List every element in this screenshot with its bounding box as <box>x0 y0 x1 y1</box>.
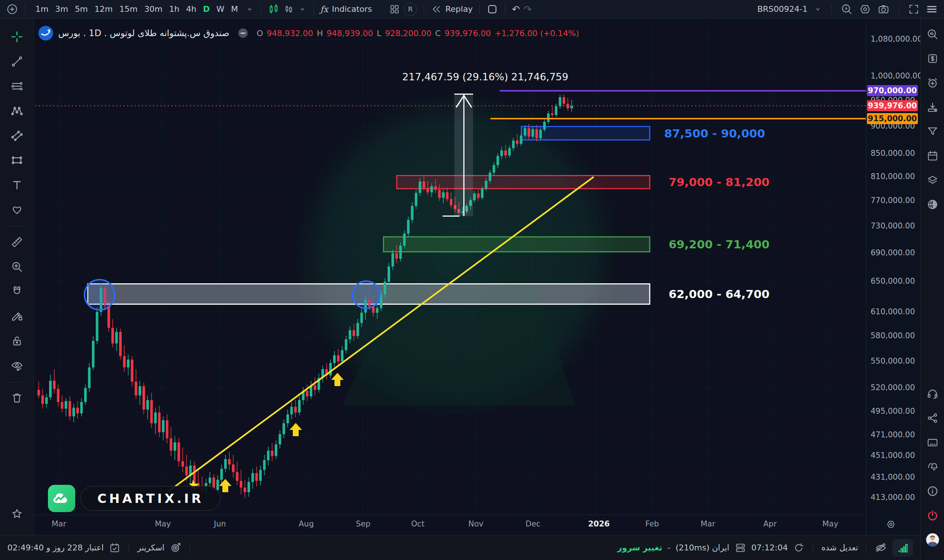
trash-tool-icon[interactable] <box>7 388 27 408</box>
replay-button[interactable]: Replay <box>446 5 473 14</box>
candle-style-alt-icon[interactable] <box>283 4 294 15</box>
chevron-down-icon[interactable] <box>813 5 822 14</box>
chevron-down-icon[interactable] <box>298 5 307 14</box>
headset-icon[interactable] <box>924 385 941 402</box>
refresh-icon[interactable] <box>793 542 805 554</box>
price-tick: 471,000.00 <box>871 430 915 439</box>
price-axis[interactable]: 1,080,000.001,000,000.00950,000.00900,00… <box>866 18 921 535</box>
undo-button[interactable]: ↶ <box>512 4 520 15</box>
fullscreen-icon[interactable] <box>908 3 920 15</box>
hide-series-icon[interactable] <box>237 27 249 39</box>
indicators-button[interactable]: Indicators <box>332 5 372 14</box>
timeframe-3m[interactable]: 3m <box>52 3 71 15</box>
crosshair-tool-icon[interactable] <box>7 26 27 47</box>
r-layout-badge[interactable]: R <box>404 3 417 16</box>
timeframe-30m[interactable]: 30m <box>141 3 165 15</box>
lock-open-tool-icon[interactable] <box>7 331 27 351</box>
price-tick: 413,000.00 <box>871 493 915 502</box>
card-icon[interactable] <box>924 434 941 451</box>
axis-settings-icon[interactable] <box>885 519 896 530</box>
globe-icon[interactable] <box>924 196 941 213</box>
layout-grid-icon[interactable] <box>389 4 400 15</box>
redo-button[interactable]: ↷ <box>524 4 532 15</box>
high-label: H <box>317 29 323 38</box>
symbol-row: صندوق س.پشتوانه طلای لوتوس . 1D . بورس O… <box>39 26 579 40</box>
timeframe-4h[interactable]: 4h <box>183 3 200 15</box>
layers-icon[interactable] <box>924 172 941 189</box>
eye-hide-tool-icon[interactable] <box>7 355 27 376</box>
menu-icon[interactable] <box>925 3 938 15</box>
layout-name[interactable]: BRS00924-1 <box>757 5 808 14</box>
time-tick: Apr <box>763 520 777 528</box>
ruler-tool-icon[interactable] <box>7 232 27 252</box>
change-server-button[interactable]: تغییر سرور <box>617 543 662 552</box>
divider <box>190 543 190 553</box>
bells-icon[interactable] <box>924 458 941 475</box>
horizontal-lines-tool-icon[interactable] <box>7 76 27 97</box>
chart-area[interactable]: 217,467.59 (29.16%) 21,746,75962,000 - 6… <box>34 18 866 535</box>
chevron-down-icon[interactable] <box>245 5 254 14</box>
edit-lock-tool-icon[interactable] <box>7 306 27 326</box>
share-icon[interactable] <box>924 410 941 427</box>
timeframe-1m[interactable]: 1m <box>32 3 52 15</box>
timeframe-5m[interactable]: 5m <box>71 3 91 15</box>
adjusted-toggle[interactable]: تعدیل شده <box>821 543 858 552</box>
candlestick-chart[interactable]: 217,467.59 (29.16%) 21,746,75962,000 - 6… <box>34 18 866 515</box>
favorites-star-icon[interactable] <box>7 504 27 524</box>
fx-icon[interactable]: ƒx <box>321 5 328 14</box>
add-symbol-icon[interactable] <box>6 3 19 15</box>
parallel-channel-tool-icon[interactable] <box>7 125 27 146</box>
dollar-box-icon[interactable] <box>924 50 941 67</box>
candle-style-icon[interactable] <box>268 3 279 15</box>
zoom-in-tool-icon[interactable] <box>7 257 27 277</box>
symbol-title[interactable]: صندوق س.پشتوانه طلای لوتوس . 1D . بورس <box>58 28 229 38</box>
text-tool-icon[interactable] <box>7 175 27 195</box>
calendar-check-icon[interactable] <box>109 542 120 554</box>
screener-button[interactable]: اسکرینر <box>137 543 165 552</box>
trend-line-tool-icon[interactable] <box>7 51 27 72</box>
chart-settings-icon[interactable] <box>859 3 872 15</box>
time-axis[interactable]: MarMayJunAugSepOctNovDec2026FebMarAprMay <box>34 515 866 535</box>
timeframe-12m[interactable]: 12m <box>91 3 116 15</box>
timeframe-D[interactable]: D <box>200 3 213 15</box>
time-tick: Nov <box>468 520 483 528</box>
server-icon[interactable] <box>734 542 747 554</box>
zone-label: 62,000 - 64,700 <box>669 288 770 301</box>
open-label: O <box>257 29 263 38</box>
fund-logo[interactable] <box>39 26 53 40</box>
divider <box>866 543 867 553</box>
magnet-tool-icon[interactable] <box>7 281 27 302</box>
top-toolbar: 1m3m5m12m15m30m1h4hDWM ƒx Indicators R R… <box>0 0 944 18</box>
quick-search-icon[interactable] <box>841 3 853 15</box>
heart-tool-icon[interactable] <box>7 199 27 220</box>
calendar-icon[interactable] <box>924 148 941 164</box>
time-tick: Aug <box>299 520 314 528</box>
screener-target-icon[interactable] <box>170 542 181 554</box>
price-tick: 730,000.00 <box>871 222 915 230</box>
power-icon[interactable] <box>924 507 941 524</box>
hide-panel-icon[interactable] <box>875 542 887 554</box>
info-icon[interactable] <box>924 483 941 500</box>
timeframe-15m[interactable]: 15m <box>116 3 141 15</box>
rectangle-tool-icon[interactable] <box>7 150 27 171</box>
download-icon[interactable] <box>924 99 941 116</box>
avatar-icon[interactable] <box>924 531 941 548</box>
search-stats-icon[interactable] <box>924 26 941 43</box>
price-tick: 580,000.00 <box>871 331 915 340</box>
timeframe-1h[interactable]: 1h <box>166 3 183 15</box>
rewind-icon[interactable] <box>431 4 442 15</box>
screenshot-icon[interactable] <box>877 3 890 15</box>
xabcd-pattern-tool-icon[interactable] <box>7 101 27 121</box>
timeframe-M[interactable]: M <box>228 3 242 15</box>
timeframe-W[interactable]: W <box>213 3 228 15</box>
chartix-watermark: CHARTIX.IR <box>48 485 221 512</box>
bottom-status-bar: اعتبار 228 روز و 02:49:40 اسکرینر تغییر … <box>0 535 921 560</box>
divider <box>899 4 899 14</box>
alarm-plus-icon[interactable] <box>924 74 941 91</box>
empty-layout-icon[interactable] <box>486 3 498 15</box>
highlight-circle <box>85 280 115 310</box>
funnel-icon[interactable] <box>924 123 941 140</box>
divider <box>831 4 831 14</box>
highlight-circle <box>353 281 380 308</box>
stats-bars-button[interactable] <box>892 539 913 557</box>
